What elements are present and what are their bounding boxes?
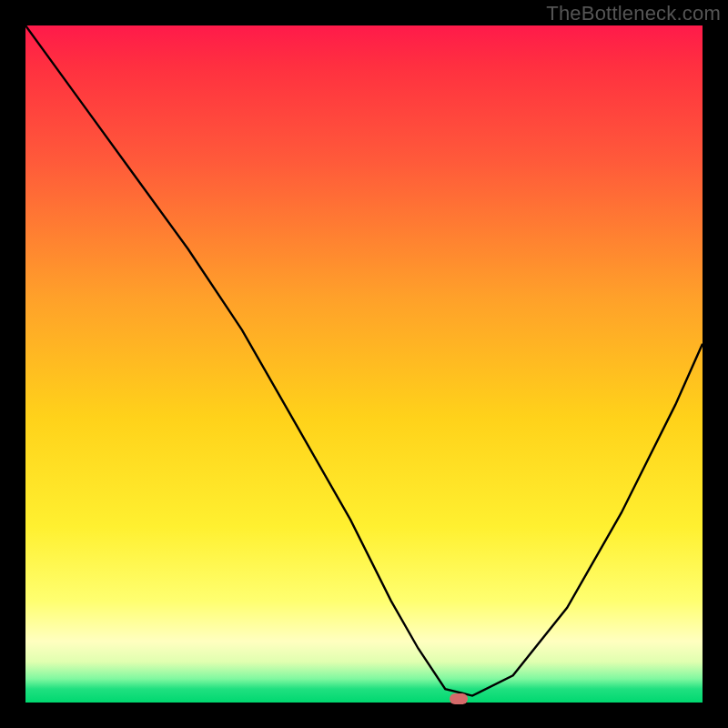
bottleneck-curve	[25, 25, 703, 703]
attribution-label: TheBottleneck.com	[546, 2, 721, 25]
curve-path	[25, 25, 703, 696]
optimal-point-marker	[450, 693, 468, 704]
plot-area	[25, 25, 703, 703]
chart-container: TheBottleneck.com	[0, 0, 728, 728]
